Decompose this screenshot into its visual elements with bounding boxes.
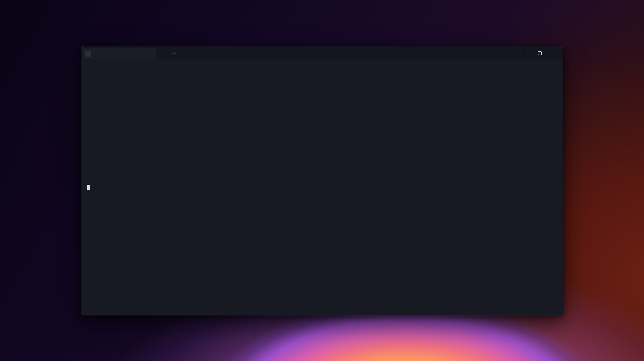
minimize-button[interactable]: [517, 46, 532, 60]
maximize-button[interactable]: [532, 46, 547, 60]
text-cursor: [87, 185, 90, 190]
close-button[interactable]: [547, 46, 563, 60]
terminal-window: [81, 46, 563, 315]
terminal-prompt-icon: [85, 51, 91, 57]
tab-pwsh[interactable]: [83, 48, 156, 60]
desktop-wallpaper: { "window": { "tab": { "title": "Pwsh", …: [0, 0, 644, 361]
chevron-down-icon: [172, 51, 175, 54]
titlebar-drag-area[interactable]: [177, 46, 517, 60]
prompt-line: [85, 184, 90, 190]
titlebar[interactable]: [81, 46, 563, 60]
minimize-icon: [523, 53, 526, 53]
tab-dropdown-button[interactable]: [169, 49, 177, 57]
tab-close-icon[interactable]: [147, 51, 153, 57]
terminal-content-area[interactable]: [81, 60, 563, 315]
tab-divider: [158, 50, 158, 56]
new-tab-button[interactable]: [159, 49, 168, 57]
maximize-icon: [538, 51, 542, 55]
